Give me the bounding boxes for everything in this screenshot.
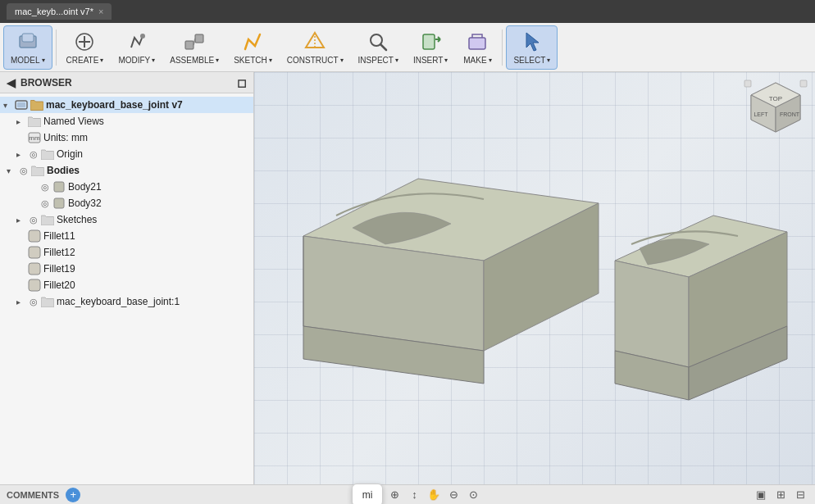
- tree-item-fillet19[interactable]: Fillet19: [0, 261, 253, 277]
- eye-icon-sketches[interactable]: ◎: [28, 214, 39, 225]
- browser-controls: ◻: [237, 76, 247, 89]
- root-icon: [15, 98, 28, 111]
- tree-label-component: mac_keyboard_base_joint:1: [57, 296, 180, 307]
- fillet12-icon: [28, 246, 41, 259]
- fillet11-icon: [28, 229, 41, 243]
- tree-item-bodies[interactable]: ▾ ◎ Bodies: [0, 162, 253, 179]
- make-icon: [465, 30, 489, 54]
- svg-rect-47: [800, 80, 807, 87]
- svg-rect-7: [195, 34, 203, 43]
- display-settings-icon[interactable]: ⊟: [792, 487, 808, 503]
- toolbar-make-label: MAKE▾: [463, 56, 491, 65]
- toolbar-inspect[interactable]: INSPECT▾: [352, 25, 405, 70]
- browser-title: BROWSER: [20, 77, 72, 89]
- svg-rect-24: [54, 198, 64, 208]
- tree-item-body32[interactable]: ◎ Body32: [0, 195, 253, 211]
- tree-label-fillet11: Fillet11: [43, 230, 75, 242]
- viewcube[interactable]: TOP LEFT FRONT: [743, 79, 808, 144]
- folder-icon-root: [30, 98, 43, 111]
- tree-item-body21[interactable]: ◎ Body21: [0, 179, 253, 195]
- titlebar: mac_keyb...oint v7* ×: [0, 0, 815, 23]
- bodies-folder-icon: [31, 164, 44, 177]
- eye-icon-component[interactable]: ◎: [28, 296, 39, 307]
- tree-label-origin: Origin: [57, 148, 83, 160]
- eye-icon-body21[interactable]: ◎: [39, 181, 51, 193]
- tree-item-fillet11[interactable]: Fillet11: [0, 228, 253, 244]
- svg-point-5: [140, 34, 145, 39]
- toolbar-create-label: CREATE▾: [66, 56, 104, 65]
- assemble-icon: [182, 30, 207, 54]
- tree-item-component[interactable]: ▸ ◎ mac_keyboard_base_joint:1: [0, 293, 253, 310]
- toolbar-sketch[interactable]: SKETCH▾: [227, 25, 279, 70]
- toolbar-select[interactable]: SELECT▾: [506, 25, 558, 70]
- toolbar-assemble[interactable]: ASSEMBLE▾: [163, 25, 225, 70]
- named-views-icon: [28, 115, 41, 128]
- svg-marker-34: [615, 261, 689, 367]
- tab-close-button[interactable]: ×: [98, 7, 103, 16]
- toolbar-divider-1: [56, 30, 57, 66]
- toolbar-model-label: MODEL▾: [11, 56, 45, 65]
- tree-label-fillet20: Fillet20: [43, 279, 75, 291]
- toolbar-create[interactable]: CREATE▾: [60, 25, 111, 70]
- browser-pin-icon[interactable]: ◻: [237, 76, 247, 89]
- component-icon: [41, 295, 54, 308]
- tree-label-body21: Body21: [68, 181, 102, 193]
- select-icon: [520, 30, 544, 54]
- nav-fit-icon[interactable]: ⊙: [465, 487, 481, 503]
- tree-arrow-bodies: ▾: [7, 166, 18, 175]
- nav-move-icon[interactable]: ⊕: [386, 487, 403, 503]
- insert-icon: [418, 30, 443, 54]
- tree-label-units: Units: mm: [43, 132, 88, 143]
- browser-expand-icon[interactable]: ◀: [7, 76, 16, 89]
- display-mode-icon[interactable]: ▣: [753, 487, 769, 503]
- toolbar-sketch-label: SKETCH▾: [234, 56, 272, 65]
- tree-item-sketches[interactable]: ▸ ◎ Sketches: [0, 211, 253, 228]
- svg-rect-26: [29, 247, 40, 258]
- origin-icon: [41, 148, 54, 161]
- tree-item-units[interactable]: mm Units: mm: [0, 129, 253, 146]
- toolbar-construct[interactable]: CONSTRUCT▾: [280, 25, 350, 70]
- svg-text:TOP: TOP: [769, 95, 782, 102]
- main-area: ◀ BROWSER ◻ ▾ mac_keyboard_base_joint v7: [0, 72, 815, 484]
- bottombar-left: COMMENTS +: [7, 488, 80, 502]
- tab-label: mac_keyb...oint v7*: [15, 7, 93, 16]
- bottombar-right: ▣ ⊞ ⊟: [753, 487, 808, 503]
- toolbar: MODEL▾ CREATE▾ MODIFY▾ ASSEMBLE▾: [0, 23, 815, 72]
- model-icon: [16, 30, 40, 54]
- modify-icon: [125, 30, 149, 54]
- comments-label: COMMENTS: [7, 490, 59, 500]
- eye-icon-origin[interactable]: ◎: [28, 148, 39, 160]
- add-comment-button[interactable]: +: [66, 488, 80, 502]
- svg-line-8: [194, 39, 195, 45]
- nav-zoomout-icon[interactable]: ⊖: [445, 487, 462, 503]
- svg-rect-46: [744, 80, 751, 87]
- model-viewport-svg: [254, 72, 815, 484]
- nav-zoom-icon[interactable]: ↕: [406, 487, 422, 503]
- tree-arrow-named-views: ▸: [16, 117, 28, 126]
- tree-item-fillet12[interactable]: Fillet12: [0, 244, 253, 261]
- toolbar-model[interactable]: MODEL▾: [3, 25, 52, 70]
- create-icon: [72, 30, 97, 54]
- toolbar-assemble-label: ASSEMBLE▾: [170, 56, 219, 65]
- document-tab[interactable]: mac_keyb...oint v7* ×: [7, 3, 112, 20]
- browser-panel: ◀ BROWSER ◻ ▾ mac_keyboard_base_joint v7: [0, 72, 254, 484]
- tree-item-fillet20[interactable]: Fillet20: [0, 277, 253, 293]
- toolbar-insert[interactable]: INSERT▾: [407, 25, 455, 70]
- viewport[interactable]: TOP LEFT FRONT: [254, 72, 815, 484]
- grid-icon[interactable]: ⊞: [772, 487, 789, 503]
- svg-text:mm: mm: [29, 134, 40, 142]
- toolbar-modify-label: MODIFY▾: [118, 56, 155, 65]
- file-tree: ▾ mac_keyboard_base_joint v7 ▸ Named Vie…: [0, 93, 253, 484]
- toolbar-make[interactable]: MAKE▾: [456, 25, 499, 70]
- eye-icon-bodies[interactable]: ◎: [18, 165, 30, 176]
- construct-icon: [303, 30, 327, 54]
- toolbar-modify[interactable]: MODIFY▾: [112, 25, 162, 70]
- tree-item-root[interactable]: ▾ mac_keyboard_base_joint v7: [0, 97, 253, 113]
- bottombar: COMMENTS + mi ⊕ ↕ ✋ ⊖ ⊙ ▣ ⊞ ⊟: [0, 484, 815, 504]
- fillet19-icon: [28, 262, 41, 275]
- nav-pan-icon[interactable]: ✋: [426, 487, 442, 503]
- eye-icon-body32[interactable]: ◎: [39, 198, 51, 209]
- sketches-icon: [41, 213, 54, 226]
- tree-item-named-views[interactable]: ▸ Named Views: [0, 113, 253, 129]
- tree-item-origin[interactable]: ▸ ◎ Origin: [0, 146, 253, 162]
